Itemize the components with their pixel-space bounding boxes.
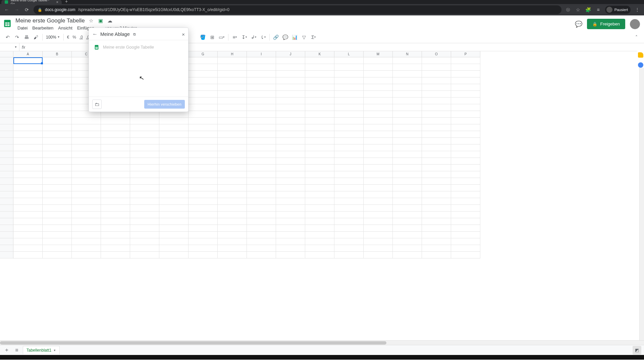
cell[interactable]: [130, 124, 159, 131]
borders-button[interactable]: ⊞: [208, 33, 217, 42]
cell[interactable]: [276, 131, 305, 138]
cell[interactable]: [334, 57, 364, 64]
cell[interactable]: [159, 198, 189, 205]
cell[interactable]: [364, 218, 393, 225]
cell[interactable]: [276, 232, 305, 238]
cell[interactable]: [451, 98, 480, 104]
cell[interactable]: [247, 191, 276, 198]
cell[interactable]: [189, 84, 218, 91]
dialog-back-button[interactable]: ←: [92, 31, 98, 37]
cell[interactable]: [393, 212, 422, 218]
row-header[interactable]: [0, 252, 13, 258]
row-header[interactable]: [0, 191, 13, 198]
cell[interactable]: [130, 131, 159, 138]
cell[interactable]: [393, 245, 422, 252]
cell[interactable]: [159, 225, 189, 232]
cell[interactable]: [43, 71, 72, 77]
horizontal-scrollbar[interactable]: [0, 340, 644, 345]
cell[interactable]: [305, 91, 334, 98]
cell[interactable]: [72, 151, 101, 158]
row-header[interactable]: [0, 57, 13, 64]
cell[interactable]: [451, 191, 480, 198]
cell[interactable]: [393, 144, 422, 151]
cell[interactable]: [451, 158, 480, 165]
cell[interactable]: [276, 245, 305, 252]
cell[interactable]: [218, 252, 247, 258]
cell[interactable]: [364, 225, 393, 232]
cell[interactable]: [247, 64, 276, 71]
cell[interactable]: [451, 185, 480, 191]
cell[interactable]: [130, 198, 159, 205]
cell[interactable]: [276, 198, 305, 205]
cell[interactable]: [247, 84, 276, 91]
cell[interactable]: [72, 212, 101, 218]
cell[interactable]: [130, 212, 159, 218]
paint-format-button[interactable]: 🖌: [32, 33, 40, 42]
cell[interactable]: [305, 205, 334, 212]
cell[interactable]: [276, 238, 305, 245]
cell[interactable]: [276, 111, 305, 118]
open-in-new-icon[interactable]: ⧉: [133, 32, 136, 37]
cell[interactable]: [13, 158, 43, 165]
cell[interactable]: [276, 57, 305, 64]
cell[interactable]: [305, 185, 334, 191]
cell[interactable]: [43, 225, 72, 232]
undo-button[interactable]: ↶: [3, 33, 12, 42]
cell[interactable]: [13, 151, 43, 158]
all-sheets-button[interactable]: ≡: [13, 346, 21, 354]
cell[interactable]: [364, 171, 393, 178]
cell[interactable]: [72, 171, 101, 178]
cell[interactable]: [422, 111, 451, 118]
cell[interactable]: [305, 138, 334, 144]
cell[interactable]: [422, 151, 451, 158]
cell[interactable]: [364, 198, 393, 205]
cell[interactable]: [393, 198, 422, 205]
zoom-select[interactable]: 100% ▼: [45, 35, 61, 40]
cell[interactable]: [451, 64, 480, 71]
cell[interactable]: [159, 131, 189, 138]
cell[interactable]: [276, 91, 305, 98]
cell[interactable]: [72, 118, 101, 124]
cell[interactable]: [393, 151, 422, 158]
cell[interactable]: [101, 158, 130, 165]
cell[interactable]: [189, 165, 218, 171]
cell[interactable]: [43, 185, 72, 191]
cell[interactable]: [247, 185, 276, 191]
cell[interactable]: [13, 77, 43, 84]
cell[interactable]: [13, 165, 43, 171]
row-header[interactable]: [0, 91, 13, 98]
cell[interactable]: [393, 124, 422, 131]
cell[interactable]: [43, 131, 72, 138]
move-here-button[interactable]: Hierhin verschieben: [144, 100, 185, 109]
cell[interactable]: [451, 57, 480, 64]
cell[interactable]: [451, 252, 480, 258]
cell[interactable]: [130, 111, 159, 118]
cell[interactable]: [276, 225, 305, 232]
cell[interactable]: [364, 245, 393, 252]
cell[interactable]: [13, 171, 43, 178]
text-rotation-button[interactable]: ⤹▾: [259, 33, 267, 42]
cell[interactable]: [13, 232, 43, 238]
row-header[interactable]: [0, 104, 13, 111]
cell[interactable]: [276, 71, 305, 77]
cell[interactable]: [130, 118, 159, 124]
bookmark-star-icon[interactable]: ☆: [575, 7, 582, 12]
cell[interactable]: [305, 57, 334, 64]
cell[interactable]: [101, 118, 130, 124]
tasks-icon[interactable]: [638, 62, 643, 68]
cell[interactable]: [43, 218, 72, 225]
cell[interactable]: [159, 138, 189, 144]
cell[interactable]: [13, 64, 43, 71]
cell[interactable]: [218, 245, 247, 252]
cell[interactable]: [189, 212, 218, 218]
row-header[interactable]: [0, 138, 13, 144]
cell[interactable]: [393, 252, 422, 258]
cell[interactable]: [393, 98, 422, 104]
cell[interactable]: [130, 245, 159, 252]
cell[interactable]: [189, 57, 218, 64]
menu-file[interactable]: Datei: [15, 25, 30, 31]
cell[interactable]: [393, 111, 422, 118]
cell[interactable]: [130, 205, 159, 212]
cell[interactable]: [130, 185, 159, 191]
cell[interactable]: [159, 151, 189, 158]
